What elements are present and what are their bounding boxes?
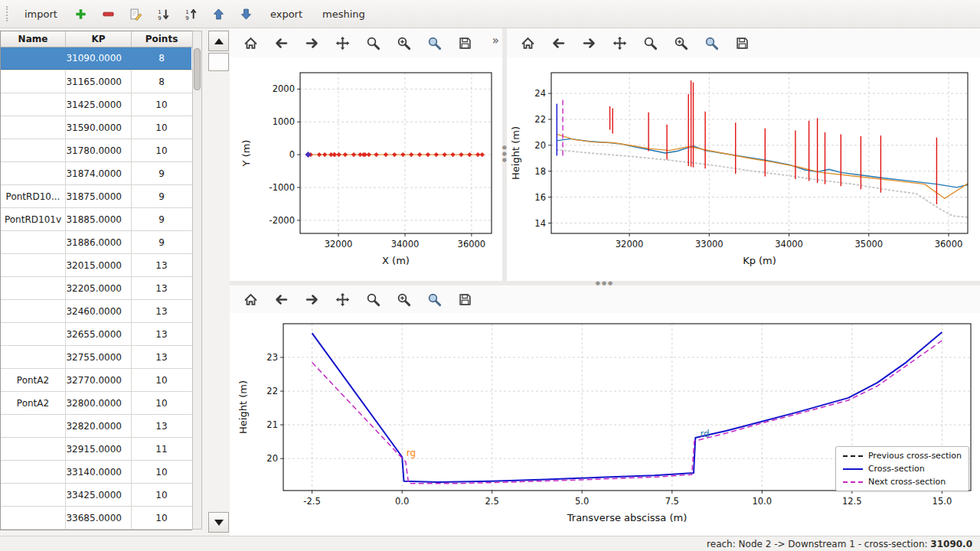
- table-row[interactable]: 31780.000010: [1, 139, 192, 162]
- cell-kp: 31090.0000: [66, 47, 132, 70]
- table-row[interactable]: 33685.000010: [1, 507, 192, 530]
- table-row[interactable]: 33425.000010: [1, 484, 192, 507]
- toolbar-overflow-button[interactable]: »: [492, 34, 499, 47]
- forward-button[interactable]: [579, 33, 599, 53]
- table-row[interactable]: PontRD101v31885.00009: [1, 208, 192, 231]
- svg-text:34000: 34000: [775, 239, 803, 249]
- cell-points: 10: [132, 392, 191, 414]
- scroll-down-button[interactable]: [208, 512, 229, 533]
- cell-kp: 32205.0000: [66, 277, 132, 299]
- table-row[interactable]: PontRD10...31875.00009: [1, 185, 192, 208]
- customize-button[interactable]: [424, 289, 444, 309]
- cell-kp: 32015.0000: [66, 254, 132, 276]
- table-row[interactable]: 33140.000010: [1, 461, 192, 484]
- customize-button[interactable]: [424, 33, 444, 53]
- pan-button[interactable]: [609, 33, 629, 53]
- subplots-icon: [397, 292, 411, 307]
- table-row[interactable]: 32655.000013: [1, 323, 192, 346]
- table-row[interactable]: 32015.000013: [1, 254, 192, 277]
- cell-kp: 33140.0000: [66, 461, 132, 483]
- svg-text:-2.5: -2.5: [303, 496, 320, 507]
- customize-button[interactable]: [701, 33, 721, 53]
- svg-text:Height (m): Height (m): [237, 380, 249, 434]
- zoom-button[interactable]: [363, 289, 383, 309]
- svg-text:16: 16: [534, 192, 546, 203]
- table-row[interactable]: 31425.000010: [1, 93, 192, 116]
- profile-plot-toolbar: [507, 28, 980, 57]
- home-button[interactable]: [518, 33, 537, 53]
- table-row[interactable]: 31886.00009: [1, 231, 192, 254]
- toolbar-grip[interactable]: [6, 6, 10, 21]
- cell-kp: 32460.0000: [66, 300, 132, 322]
- cell-name: [1, 438, 66, 460]
- table-row[interactable]: 31165.00008: [1, 70, 192, 93]
- import-button[interactable]: import: [17, 3, 65, 24]
- table-row[interactable]: 31590.000010: [1, 116, 192, 139]
- table-row[interactable]: 32755.000013: [1, 346, 192, 369]
- sort-up-button[interactable]: 19: [180, 3, 203, 24]
- cell-name: [1, 47, 66, 70]
- cell-points: 8: [132, 70, 191, 93]
- home-button[interactable]: [240, 33, 260, 53]
- zoom-icon: [366, 292, 381, 307]
- table-body: 31090.0000831165.0000831425.00001031590.…: [1, 47, 192, 530]
- cell-points: 10: [132, 484, 191, 506]
- panel-scrollbar-thumb[interactable]: [208, 53, 229, 71]
- table-row[interactable]: 32205.000013: [1, 277, 192, 300]
- svg-text:-1000: -1000: [270, 182, 295, 193]
- table-scrollbar-thumb[interactable]: [194, 48, 201, 90]
- svg-text:0: 0: [289, 149, 295, 160]
- column-header-points[interactable]: Points: [132, 31, 191, 47]
- table-row[interactable]: PontA232800.000010: [1, 392, 192, 415]
- back-button[interactable]: [271, 289, 291, 309]
- export-button[interactable]: export: [263, 3, 310, 24]
- cross-section-pane: -2.50.02.55.07.510.012.515.020212223rgrd…: [230, 285, 980, 536]
- column-header-kp[interactable]: KP: [66, 31, 132, 47]
- cell-name: [1, 231, 66, 253]
- home-button[interactable]: [240, 289, 260, 309]
- forward-icon: [305, 292, 319, 307]
- move-up-button[interactable]: [207, 3, 230, 24]
- subplots-button[interactable]: [671, 33, 691, 53]
- table-row[interactable]: 31090.00008: [1, 47, 192, 70]
- cell-points: 10: [132, 507, 191, 529]
- subplots-button[interactable]: [394, 33, 413, 53]
- edit-button[interactable]: [125, 3, 148, 24]
- table-row[interactable]: 32820.000013: [1, 415, 192, 438]
- save-button[interactable]: [732, 33, 752, 53]
- table-row[interactable]: PontA232770.000010: [1, 369, 192, 392]
- column-header-name[interactable]: Name: [1, 31, 66, 47]
- plan-view-chart[interactable]: 320003400036000-2000-1000010002000X (m)Y…: [230, 57, 502, 281]
- pan-button[interactable]: [332, 33, 352, 53]
- table-row[interactable]: 32460.000013: [1, 300, 192, 323]
- svg-text:7.5: 7.5: [665, 496, 679, 507]
- zoom-button[interactable]: [640, 33, 660, 53]
- sort-down-button[interactable]: 19: [152, 3, 175, 24]
- scroll-up-button[interactable]: [208, 31, 229, 51]
- forward-button[interactable]: [302, 33, 322, 53]
- add-cross-section-button[interactable]: [70, 3, 93, 24]
- move-down-button[interactable]: [235, 3, 258, 24]
- status-bar: reach: Node 2 -> Downstream 1 - cross-se…: [0, 536, 980, 551]
- back-button[interactable]: [271, 33, 291, 53]
- svg-text:36000: 36000: [935, 239, 963, 249]
- zoom-button[interactable]: [363, 33, 383, 53]
- svg-text:23: 23: [266, 352, 278, 363]
- back-button[interactable]: [548, 33, 568, 53]
- save-button[interactable]: [455, 33, 475, 53]
- table-row[interactable]: 32915.000011: [1, 438, 192, 461]
- longitudinal-profile-chart[interactable]: 3200033000340003500036000141618202224Kp …: [507, 57, 980, 281]
- remove-cross-section-button[interactable]: [97, 3, 120, 24]
- table-scrollbar[interactable]: [192, 31, 202, 530]
- cross-section-chart[interactable]: -2.50.02.55.07.510.012.515.020212223rgrd…: [230, 313, 980, 536]
- save-button[interactable]: [455, 289, 475, 309]
- subplots-button[interactable]: [394, 289, 413, 309]
- meshing-button[interactable]: meshing: [315, 3, 373, 24]
- table-row[interactable]: 31874.00009: [1, 162, 192, 185]
- profile-pane: 3200033000340003500036000141618202224Kp …: [507, 28, 980, 281]
- forward-button[interactable]: [302, 289, 322, 309]
- pan-button[interactable]: [332, 289, 352, 309]
- legend-label: Cross-section: [868, 464, 925, 474]
- status-text: reach: Node 2 -> Downstream 1 - cross-se…: [707, 539, 930, 549]
- svg-text:12.5: 12.5: [842, 496, 862, 507]
